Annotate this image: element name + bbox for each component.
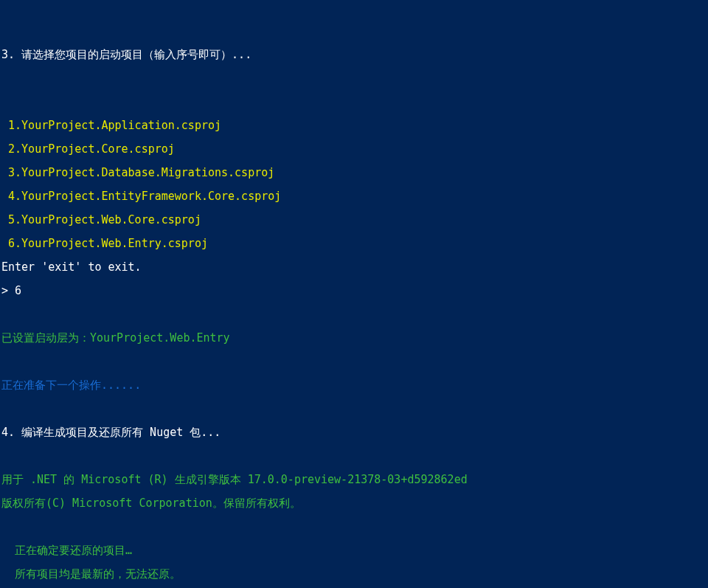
step4-title: 4. 编译生成项目及还原所有 Nuget 包... xyxy=(1,426,707,438)
msbuild-header-1: 用于 .NET 的 Microsoft (R) 生成引擎版本 17.0.0-pr… xyxy=(1,474,707,485)
blank-line xyxy=(1,72,707,84)
exit-hint: Enter 'exit' to exit. xyxy=(1,261,707,273)
project-option-4: 4.YourProject.EntityFramework.Core.cspro… xyxy=(1,190,707,202)
msbuild-header-2: 版权所有(C) Microsoft Corporation。保留所有权利。 xyxy=(1,497,707,509)
startup-set-message: 已设置启动层为：YourProject.Web.Entry xyxy=(1,332,707,344)
step3-title: 3. 请选择您项目的启动项目（输入序号即可）... xyxy=(1,49,707,60)
project-option-2: 2.YourProject.Core.csproj xyxy=(1,143,707,155)
blank-line xyxy=(1,96,707,108)
blank-line xyxy=(1,521,707,533)
restore-determining: 正在确定要还原的项目… xyxy=(1,544,707,556)
blank-line xyxy=(1,403,707,415)
blank-line xyxy=(1,356,707,367)
blank-line xyxy=(1,308,707,320)
restore-all-up-to-date: 所有项目均是最新的，无法还原。 xyxy=(1,568,707,580)
preparing-next-1: 正在准备下一个操作...... xyxy=(1,379,707,391)
project-option-6: 6.YourProject.Web.Entry.csproj xyxy=(1,238,707,249)
user-input-prompt[interactable]: > 6 xyxy=(1,285,707,297)
blank-line xyxy=(1,450,707,462)
project-option-1: 1.YourProject.Application.csproj xyxy=(1,120,707,131)
project-option-5: 5.YourProject.Web.Core.csproj xyxy=(1,214,707,226)
project-option-3: 3.YourProject.Database.Migrations.csproj xyxy=(1,167,707,179)
